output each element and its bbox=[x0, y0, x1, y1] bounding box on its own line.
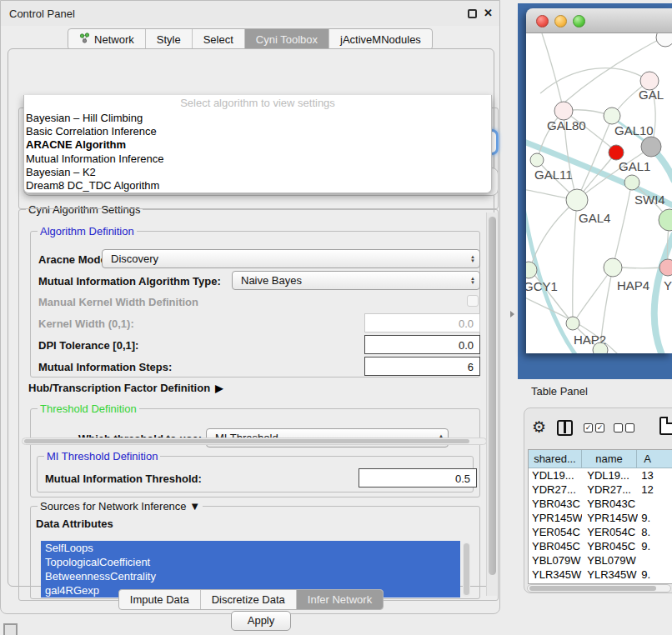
settings-scrollbar[interactable] bbox=[486, 212, 497, 596]
zoom-traffic-light-icon[interactable] bbox=[573, 15, 585, 28]
network-edge[interactable] bbox=[542, 33, 562, 103]
network-edge[interactable] bbox=[613, 185, 631, 268]
tab-network[interactable]: Network bbox=[68, 29, 146, 49]
columns-icon[interactable] bbox=[557, 420, 573, 436]
top-tabbar: Network Style Select Cyni Toolbox jActiv… bbox=[1, 28, 499, 50]
tab-label: Infer Network bbox=[308, 593, 372, 606]
kernel-width-field[interactable]: 0.0 bbox=[364, 313, 480, 332]
table-row[interactable]: YBR043CYBR043C bbox=[529, 497, 672, 511]
scrollbar-thumb[interactable] bbox=[464, 543, 469, 595]
node-label: GAL10 bbox=[614, 123, 654, 138]
table-row[interactable]: YER054CYER054C8. bbox=[529, 525, 672, 539]
network-node[interactable] bbox=[604, 108, 620, 124]
dpi-tolerance-field[interactable]: 0.0 bbox=[364, 335, 480, 354]
manual-kernel-width-checkbox[interactable] bbox=[467, 295, 479, 307]
network-node[interactable] bbox=[566, 317, 579, 330]
network-node[interactable] bbox=[659, 209, 672, 231]
table-hscrollbar[interactable] bbox=[527, 584, 671, 592]
scrollbar-thumb[interactable] bbox=[24, 439, 469, 443]
tab-cyni-toolbox[interactable]: Cyni Toolbox bbox=[245, 29, 329, 49]
gear-icon[interactable]: ⚙ bbox=[532, 418, 546, 437]
tab-discretize-data[interactable]: Discretize Data bbox=[201, 590, 297, 609]
table-cell: YBR045C bbox=[582, 539, 638, 553]
close-traffic-light-icon[interactable] bbox=[536, 15, 549, 28]
network-node[interactable] bbox=[566, 189, 588, 211]
network-node[interactable] bbox=[554, 102, 573, 120]
select-all-columns-icon[interactable]: ✓✓ bbox=[584, 423, 604, 432]
mi-threshold-definition-title: MI Threshold Definition bbox=[44, 450, 160, 462]
table-cell bbox=[638, 553, 672, 568]
tab-label: Impute Data bbox=[130, 593, 189, 606]
algorithm-option[interactable]: Mutual Information Inference bbox=[24, 152, 491, 166]
top-tabstrip: Network Style Select Cyni Toolbox jActiv… bbox=[68, 28, 433, 50]
close-icon[interactable]: ✕ bbox=[484, 7, 493, 19]
tab-infer-network[interactable]: Infer Network bbox=[297, 590, 383, 609]
tab-impute-data[interactable]: Impute Data bbox=[119, 590, 201, 609]
split-divider-arrow[interactable] bbox=[510, 311, 514, 318]
network-edge[interactable] bbox=[573, 200, 577, 322]
export-table-icon[interactable] bbox=[659, 417, 672, 435]
table-row[interactable]: YLR345WYLR345W9. bbox=[529, 568, 672, 582]
attribute-list-item[interactable]: BetweennessCentrality bbox=[41, 569, 460, 583]
column-header-name[interactable]: name bbox=[582, 450, 637, 468]
table-row[interactable]: YPR145WYPR145W9. bbox=[529, 511, 672, 525]
mi-steps-field[interactable]: 6 bbox=[364, 357, 480, 376]
column-header-truncated[interactable]: A bbox=[637, 450, 672, 468]
scrollbar-thumb[interactable] bbox=[529, 586, 656, 591]
network-node[interactable] bbox=[530, 153, 544, 167]
table-cell: 12 bbox=[638, 482, 672, 497]
network-node[interactable] bbox=[641, 137, 661, 157]
mi-threshold-field[interactable]: 0.5 bbox=[359, 468, 477, 488]
network-node[interactable] bbox=[656, 33, 672, 47]
column-header-shared-name[interactable]: shared... bbox=[529, 450, 582, 468]
algorithm-option[interactable]: Bayesian – K2 bbox=[24, 166, 491, 179]
attribute-list-item[interactable]: TopologicalCoefficient bbox=[41, 555, 460, 569]
minimize-traffic-light-icon[interactable] bbox=[554, 15, 567, 28]
aracne-mode-select[interactable]: Discovery ▲▼ bbox=[102, 249, 480, 268]
network-node[interactable] bbox=[604, 258, 622, 277]
apply-button[interactable]: Apply bbox=[231, 611, 291, 631]
control-panel-titlebar[interactable]: Control Panel ✕ bbox=[1, 1, 499, 26]
network-canvas[interactable]: GALGAL80GAL10GAL1GAL11GAL4SWI4GCY1HAP4YH… bbox=[526, 33, 672, 353]
table-row[interactable]: YBR045CYBR045C9. bbox=[529, 539, 672, 553]
network-tab-icon bbox=[79, 32, 90, 46]
tab-select[interactable]: Select bbox=[193, 29, 245, 49]
table-row[interactable]: YDR27...YDR27...12 bbox=[529, 482, 672, 497]
deselect-all-columns-icon[interactable] bbox=[614, 423, 634, 432]
tab-jactivemnodules[interactable]: jActiveMNodules bbox=[329, 29, 432, 49]
network-node[interactable] bbox=[593, 342, 608, 353]
network-edge[interactable] bbox=[575, 268, 613, 320]
network-window-titlebar[interactable] bbox=[526, 8, 672, 33]
algorithm-definition-title: Algorithm Definition bbox=[38, 225, 137, 238]
network-edge[interactable] bbox=[530, 200, 577, 268]
table-header-row: shared... name A bbox=[529, 450, 672, 468]
network-edge[interactable] bbox=[540, 68, 649, 93]
mi-threshold-label: Mutual Information Threshold: bbox=[45, 472, 202, 485]
network-node[interactable] bbox=[624, 175, 639, 190]
sources-title-row[interactable]: Sources for Network Inference ▼ bbox=[38, 500, 203, 512]
node-label: GAL80 bbox=[547, 118, 586, 132]
threshold-definition-title: Threshold Definition bbox=[38, 402, 139, 415]
algorithm-option[interactable]: Bayesian – Hill Climbing bbox=[24, 112, 491, 125]
attribute-list-item[interactable]: SelfLoops bbox=[41, 541, 460, 555]
collapse-down-icon: ▼ bbox=[189, 500, 200, 512]
bottom-tabbar: Impute Data Discretize Data Infer Networ… bbox=[1, 589, 501, 610]
hub-definition-toggle[interactable]: Hub/Transcription Factor Definition▶ bbox=[28, 382, 223, 394]
network-node[interactable] bbox=[659, 259, 672, 276]
scrollbar-thumb[interactable] bbox=[489, 217, 496, 575]
table-row[interactable]: YBL079WYBL079W bbox=[529, 553, 672, 568]
float-window-icon[interactable] bbox=[468, 9, 477, 18]
algorithm-option[interactable]: ARACNE Algorithm bbox=[24, 138, 491, 152]
control-panel-window: Control Panel ✕ bbox=[0, 0, 500, 614]
tab-style[interactable]: Style bbox=[146, 29, 193, 49]
network-edge[interactable] bbox=[654, 235, 672, 353]
settings-hscrollbar[interactable] bbox=[22, 438, 487, 445]
network-node[interactable] bbox=[609, 145, 624, 160]
mi-algorithm-type-select[interactable]: Naive Bayes ▲▼ bbox=[232, 271, 480, 290]
algorithm-option[interactable]: Dream8 DC_TDC Algorithm bbox=[24, 179, 491, 192]
minimized-panel-icon[interactable] bbox=[3, 623, 18, 635]
algorithm-option[interactable]: Basic Correlation Inference bbox=[24, 125, 491, 138]
aracne-mode-value: Discovery bbox=[103, 252, 466, 265]
table-row[interactable]: YDL19...YDL19...13 bbox=[529, 468, 672, 482]
network-view-window: GALGAL80GAL10GAL1GAL11GAL4SWI4GCY1HAP4YH… bbox=[526, 8, 672, 353]
